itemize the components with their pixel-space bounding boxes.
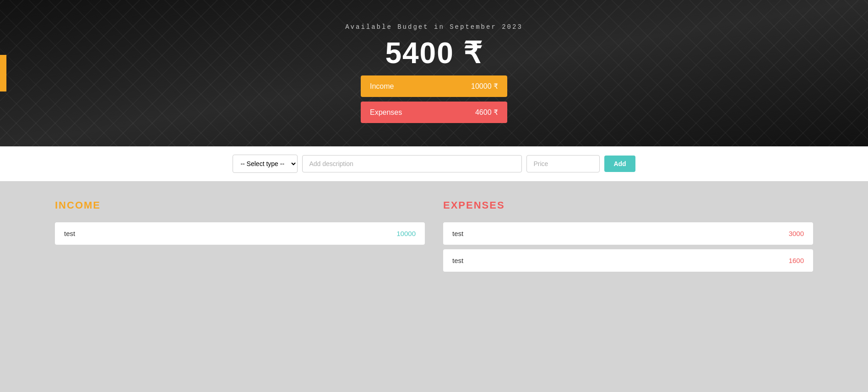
hero-subtitle: Available Budget in September 2023	[345, 23, 523, 31]
income-section-title: INCOME	[55, 199, 425, 211]
expenses-card-label: Expenses	[370, 108, 402, 117]
expenses-entry-row: test 1600	[443, 249, 813, 272]
expenses-entry-row: test 3000	[443, 222, 813, 245]
entry-value: 1600	[789, 257, 804, 264]
hero-cards: Income 10000 ₹ Expenses 4600 ₹	[361, 75, 507, 123]
income-section: INCOME test 10000	[55, 199, 425, 346]
expenses-card-value: 4600 ₹	[475, 108, 498, 117]
entry-value: 3000	[789, 230, 804, 237]
hero-content: Available Budget in September 2023 5400 …	[345, 23, 523, 123]
form-bar: -- Select type --IncomeExpenses Add	[0, 146, 868, 181]
income-entries: test 10000	[55, 222, 425, 245]
hero-available-amount: 5400 ₹	[385, 36, 483, 70]
expenses-section: EXPENSES test 3000 test 1600	[443, 199, 813, 346]
price-input[interactable]	[526, 155, 600, 172]
expenses-card: Expenses 4600 ₹	[361, 102, 507, 123]
income-entry-row: test 10000	[55, 222, 425, 245]
entry-name: test	[452, 230, 463, 237]
entry-value: 10000	[396, 230, 416, 237]
hero-accent-bar	[0, 55, 6, 91]
description-input[interactable]	[302, 155, 522, 172]
hero-section: Available Budget in September 2023 5400 …	[0, 0, 868, 146]
expenses-section-title: EXPENSES	[443, 199, 813, 211]
entry-name: test	[64, 230, 75, 237]
expenses-entries: test 3000 test 1600	[443, 222, 813, 272]
type-select[interactable]: -- Select type --IncomeExpenses	[233, 155, 298, 173]
main-content: INCOME test 10000 EXPENSES test 3000 tes…	[0, 181, 868, 364]
income-card: Income 10000 ₹	[361, 75, 507, 97]
add-button[interactable]: Add	[604, 156, 635, 172]
income-card-value: 10000 ₹	[471, 82, 498, 91]
entry-name: test	[452, 257, 463, 264]
income-card-label: Income	[370, 82, 394, 91]
